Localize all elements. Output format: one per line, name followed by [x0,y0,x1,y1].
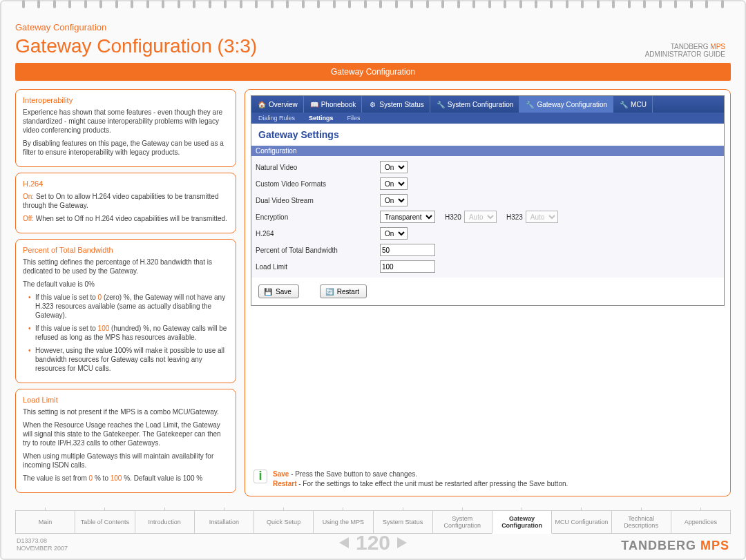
loadlimit-p4b: % to [93,474,111,482]
tab-gateway-configuration-label: Gateway Configuration [537,101,607,108]
tab-mcu[interactable]: 🔧MCU [613,96,653,113]
row-encryption: Encryption Transparent H320 Auto H323 Au… [256,209,720,225]
loadlimit-p3: When using multiple Gateways this will m… [23,452,229,470]
label-percent: Percent of Total Bandwidth [256,247,380,254]
bottom-tab-gateway-configuration[interactable]: Gateway Configuration [492,510,552,534]
home-icon: 🏠 [257,99,267,109]
loadlimit-heading: Load Limit [23,395,229,405]
select-h264[interactable]: On [380,227,408,240]
interoperability-panel: Interoperability Experience has shown th… [15,89,236,167]
breadcrumb: Gateway Configuration [15,22,731,32]
note-save-bold: Save [273,470,289,478]
bottom-tab-system-status[interactable]: System Status [373,510,433,534]
label-encryption: Encryption [256,213,380,221]
loadlimit-p1: This setting is not present if the MPS i… [23,407,229,416]
bottom-tab-system-configuration[interactable]: System Configuration [432,510,492,534]
h264-off-text: When set to Off no H.264 video capabilit… [36,215,227,222]
bottom-tab-using-the-mps[interactable]: Using the MPS [313,510,373,534]
h264-on: On: Set to On to allow H.264 video capab… [23,192,229,210]
save-button-label: Save [276,288,291,296]
bottom-tab-installation[interactable]: Installation [194,510,254,534]
tab-overview-label: Overview [269,101,298,108]
row-custom-video: Custom Video Formats On [256,175,720,192]
interop-heading: Interoperability [23,95,229,105]
percent-p1: This setting defines the percentage of H… [23,258,229,276]
percent-li1a: If this value is set to [35,293,98,301]
bottom-tab-introduction[interactable]: Introduction [135,510,195,534]
h264-on-text: Set to On to allow H.264 video capabilit… [23,193,219,209]
percent-li2-hundred: 100 [98,325,110,332]
button-row: 💾Save 🔄Restart [251,278,724,305]
bottom-tab-mcu-configuration[interactable]: MCU Configuration [551,510,611,534]
label-natural-video: Natural Video [256,164,380,171]
status-icon: ⚙ [367,99,377,109]
restart-button-label: Restart [337,288,359,296]
bottom-tab-quick-setup[interactable]: Quick Setup [254,510,314,534]
page-title: Gateway Configuration (3:3) [15,35,731,57]
mcu-icon: 🔧 [619,99,629,109]
bottom-tab-technical-descriptions[interactable]: Technical Descriptions [611,510,671,534]
subtab-settings[interactable]: Settings [302,113,341,124]
main-tabs: 🏠Overview 📖Phonebook ⚙System Status 🔧Sys… [251,96,724,113]
select-dual-video[interactable]: On [380,194,408,206]
label-h320: H320 [445,213,461,221]
phonebook-icon: 📖 [309,99,319,109]
select-custom-video[interactable]: On [380,177,408,190]
row-dual-video: Dual Video Stream On [256,192,720,209]
row-loadlimit: Load Limit [256,258,720,275]
subtab-files[interactable]: Files [341,113,367,124]
configuration-bar: Configuration [251,146,724,156]
bottom-tab-table-of-contents[interactable]: Table of Contents [75,510,135,534]
brand-mps: MPS [710,43,725,50]
label-h323: H323 [506,213,523,221]
notes: i Save - Press the Save button to save c… [254,470,722,489]
tab-system-status[interactable]: ⚙System Status [362,96,430,113]
percent-heading: Percent of Total Bandwidth [23,245,229,255]
footer-brand-tandberg: TANDBERG [621,539,696,552]
config-icon: 🔧 [436,99,446,109]
subtab-dialing-rules[interactable]: Dialing Rules [251,113,302,124]
row-percent: Percent of Total Bandwidth [256,242,720,258]
interop-p2: By disabling features on this page, the … [23,139,229,157]
tab-system-configuration-label: System Configuration [448,101,514,108]
percent-li1: If this value is set to 0 (zero) %, the … [28,293,229,320]
loadlimit-panel: Load Limit This setting is not present i… [15,389,236,493]
select-natural-video[interactable]: On [380,161,408,173]
row-h264: H.264 On [256,225,720,242]
tab-overview[interactable]: 🏠Overview [251,96,304,113]
tab-gateway-configuration[interactable]: 🔧Gateway Configuration [519,96,613,113]
bottom-tab-appendices[interactable]: Appendices [671,510,731,534]
label-loadlimit: Load Limit [256,263,380,271]
loadlimit-p4: The value is set from 0 % to 100 %. Defa… [23,474,229,483]
h264-off: Off: When set to Off no H.264 video capa… [23,214,229,223]
tab-system-status-label: System Status [379,101,423,108]
h264-heading: H.264 [23,179,229,189]
wrench-icon: 🔧 [525,99,535,109]
select-h323: Auto [526,211,558,223]
restart-button[interactable]: 🔄Restart [320,284,367,298]
label-h264: H.264 [256,230,380,238]
save-button[interactable]: 💾Save [258,284,299,298]
doc-brand: TANDBERG MPS ADMINISTRATOR GUIDE [645,43,725,58]
note-restart-text: - For the settings to take effect the un… [296,480,568,487]
footer-brand: TANDBERG MPS [621,539,729,553]
section-banner: Gateway Configuration [15,63,731,81]
restart-icon: 🔄 [325,287,334,296]
tab-system-configuration[interactable]: 🔧System Configuration [430,96,520,113]
percent-li2: If this value is set to 100 (hundred) %,… [28,324,229,342]
section-title: Gateway Settings [251,124,724,146]
footer-brand-mps: MPS [700,539,729,552]
percent-li3: However, using the value 100% will make … [28,346,229,373]
tab-phonebook[interactable]: 📖Phonebook [304,96,363,113]
brand-guide: ADMINISTRATOR GUIDE [645,50,725,58]
select-encryption[interactable]: Transparent [380,211,435,223]
percent-li2a: If this value is set to [35,325,98,332]
bottom-nav: MainTable of ContentsIntroductionInstall… [15,510,731,534]
input-percent[interactable] [380,244,435,256]
input-loadlimit[interactable] [380,260,435,273]
tab-phonebook-label: Phonebook [321,101,356,108]
tab-mcu-label: MCU [631,101,647,108]
loadlimit-p2: When the Resource Usage reaches the Load… [23,421,229,447]
bottom-tab-main[interactable]: Main [15,510,75,534]
note-save-text: - Press the Save button to save changes. [289,470,417,478]
